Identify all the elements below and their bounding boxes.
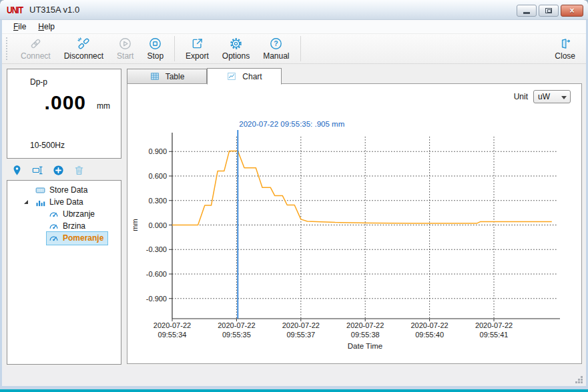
tree-item-brzina[interactable]: Brzina bbox=[7, 220, 121, 232]
tab-chart-label: Chart bbox=[242, 72, 262, 81]
window-frame-left bbox=[0, 20, 2, 392]
toolbar-buttons: ConnectDisconnectStartStopExportOptionsM… bbox=[2, 34, 586, 64]
resize-grip-icon[interactable] bbox=[575, 375, 583, 384]
x-tick-label: 2020-07-2209:55:38 bbox=[346, 321, 384, 339]
pin-button[interactable] bbox=[11, 164, 23, 177]
link-icon bbox=[29, 37, 43, 51]
maximize-button[interactable] bbox=[539, 5, 559, 17]
y-tick-label: 0.900 bbox=[148, 147, 167, 155]
tree-toolbar bbox=[11, 163, 85, 177]
rename-button[interactable] bbox=[31, 164, 44, 177]
app-window: UNIT UT315A v1.0 × File Help ConnectDisc… bbox=[0, 0, 588, 392]
cursor-tooltip-label: 2020-07-22 09:55:35: .905 mm bbox=[239, 120, 344, 128]
link-broken-icon bbox=[77, 37, 91, 51]
meter-icon bbox=[48, 221, 59, 232]
exit-door-icon bbox=[558, 37, 572, 51]
x-tick-label: 2020-07-2209:55:34 bbox=[154, 321, 191, 339]
export-button[interactable]: Export bbox=[179, 35, 216, 62]
expander-icon[interactable] bbox=[23, 199, 29, 205]
add-button[interactable] bbox=[52, 164, 65, 177]
meter-unit-label: mm bbox=[97, 101, 110, 111]
minimize-icon bbox=[523, 12, 530, 14]
minimize-button[interactable] bbox=[517, 5, 537, 17]
line-chart-icon bbox=[226, 71, 237, 81]
tab-chart[interactable]: Chart bbox=[207, 68, 282, 85]
x-tick-label: 2020-07-2209:55:41 bbox=[475, 321, 513, 339]
disconnect-button[interactable]: Disconnect bbox=[57, 35, 110, 62]
tree-item-pomeranje[interactable]: Pomeranje bbox=[7, 232, 121, 244]
y-tick-label: -0.300 bbox=[146, 245, 167, 253]
uni-t-logo: UNIT bbox=[7, 5, 23, 15]
title-bar[interactable]: UNIT UT315A v1.0 × bbox=[0, 0, 588, 20]
table-grid-icon bbox=[150, 71, 160, 81]
play-icon bbox=[118, 37, 132, 51]
bar-chart-icon bbox=[35, 197, 46, 208]
x-tick-label: 2020-07-2209:55:40 bbox=[410, 321, 448, 339]
x-axis-title: Date Time bbox=[348, 342, 382, 350]
chart-panel: Unit uW 0.9000.6000.3000.000-0.300-0.600… bbox=[127, 83, 582, 364]
location-pin-icon bbox=[11, 164, 23, 177]
unit-dropdown[interactable]: uW bbox=[533, 90, 571, 103]
y-tick-label: -0.900 bbox=[146, 295, 167, 303]
maximize-icon bbox=[545, 8, 552, 13]
unit-selector-row: Unit uW bbox=[514, 90, 571, 103]
close-button[interactable]: × bbox=[561, 5, 583, 17]
unit-label: Unit bbox=[514, 92, 528, 101]
toolbar-separator bbox=[300, 36, 301, 61]
question-icon bbox=[269, 37, 283, 51]
connect-button[interactable]: Connect bbox=[14, 35, 57, 62]
toolbar-separator bbox=[174, 36, 175, 61]
chevron-down-icon bbox=[561, 96, 567, 99]
meter-display-panel: Dp-p .000 mm 10-500Hz bbox=[7, 69, 121, 159]
menu-bar: File Help bbox=[2, 20, 586, 34]
tree-item-live-data[interactable]: Live Data bbox=[7, 196, 121, 208]
trash-icon bbox=[73, 164, 85, 177]
x-tick-label: 2020-07-2209:55:35 bbox=[218, 321, 255, 339]
tree-item-ubrzanje[interactable]: Ubrzanje bbox=[7, 208, 121, 220]
meter-icon bbox=[48, 233, 59, 244]
meter-value: .000 bbox=[45, 91, 86, 114]
close-app-button[interactable]: Close bbox=[548, 35, 582, 62]
y-tick-label: 0.000 bbox=[148, 221, 167, 229]
meter-icon bbox=[48, 209, 59, 220]
meter-frequency-range: 10-500Hz bbox=[30, 141, 65, 150]
window-frame-accent bbox=[0, 389, 588, 392]
window-controls: × bbox=[517, 5, 583, 17]
tree: Store DataLive DataUbrzanjeBrzinaPomeran… bbox=[7, 180, 121, 365]
close-icon: × bbox=[569, 6, 574, 15]
device-icon bbox=[35, 185, 46, 196]
unit-dropdown-value: uW bbox=[538, 92, 550, 101]
start-button[interactable]: Start bbox=[110, 35, 140, 62]
chart-plot[interactable]: 0.9000.6000.3000.000-0.300-0.600-0.90020… bbox=[127, 110, 581, 363]
toolbar-grip[interactable] bbox=[6, 37, 9, 60]
add-circle-icon bbox=[52, 164, 65, 177]
rename-icon bbox=[31, 164, 44, 177]
tab-table[interactable]: Table bbox=[127, 69, 207, 84]
manual-button[interactable]: Manual bbox=[256, 35, 296, 62]
meter-mode-label: Dp-p bbox=[30, 77, 47, 87]
stop-button[interactable]: Stop bbox=[140, 35, 170, 62]
y-tick-label: -0.600 bbox=[146, 270, 167, 278]
y-tick-label: 0.600 bbox=[148, 172, 167, 180]
tab-table-label: Table bbox=[166, 72, 185, 81]
stop-icon bbox=[148, 37, 162, 51]
menu-help[interactable]: Help bbox=[32, 21, 61, 33]
data-line-pomeranje bbox=[172, 151, 552, 225]
x-tick-label: 2020-07-2209:55:37 bbox=[282, 321, 320, 339]
window-title: UT315A v1.0 bbox=[29, 5, 79, 15]
delete-button[interactable] bbox=[73, 164, 85, 177]
options-button[interactable]: Options bbox=[216, 35, 256, 62]
menu-file[interactable]: File bbox=[7, 21, 32, 33]
y-axis-title: mm bbox=[131, 219, 139, 231]
status-bar bbox=[2, 366, 586, 386]
y-tick-label: 0.300 bbox=[148, 197, 167, 205]
gear-icon bbox=[229, 37, 243, 51]
export-icon bbox=[190, 37, 204, 51]
tree-item-store-data[interactable]: Store Data bbox=[7, 184, 121, 196]
